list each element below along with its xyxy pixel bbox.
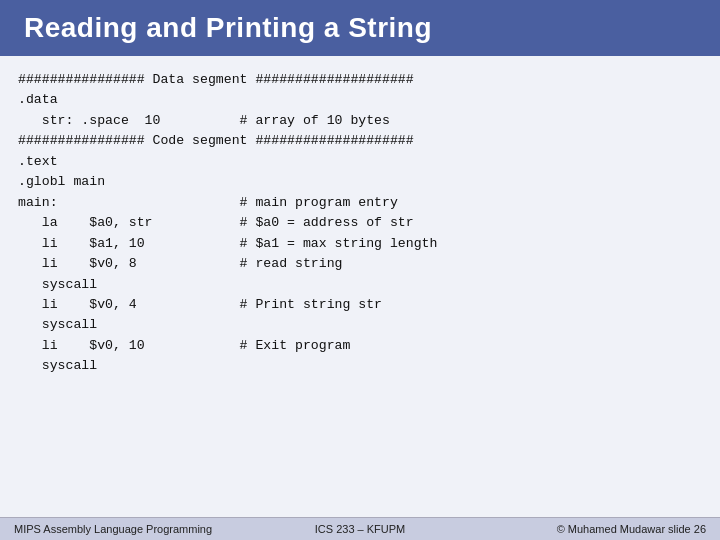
code-line: li $a1, 10 # $a1 = max string length	[18, 234, 702, 254]
slide-title: Reading and Printing a String	[0, 0, 720, 56]
slide: Reading and Printing a String ##########…	[0, 0, 720, 540]
code-line: li $v0, 4 # Print string str	[18, 295, 702, 315]
code-line: li $v0, 8 # read string	[18, 254, 702, 274]
footer-center: ICS 233 – KFUPM	[245, 523, 476, 535]
code-line: li $v0, 10 # Exit program	[18, 336, 702, 356]
slide-footer: MIPS Assembly Language Programming ICS 2…	[0, 517, 720, 540]
code-block: ################ Data segment ##########…	[18, 70, 702, 507]
code-line: str: .space 10 # array of 10 bytes	[18, 111, 702, 131]
code-line: main: # main program entry	[18, 193, 702, 213]
code-line: ################ Data segment ##########…	[18, 70, 702, 90]
code-line: .globl main	[18, 172, 702, 192]
code-line: ################ Code segment ##########…	[18, 131, 702, 151]
code-line: syscall	[18, 356, 702, 376]
footer-left: MIPS Assembly Language Programming	[14, 523, 245, 535]
code-line: syscall	[18, 275, 702, 295]
slide-content: ################ Data segment ##########…	[0, 56, 720, 517]
code-line: la $a0, str # $a0 = address of str	[18, 213, 702, 233]
code-line: syscall	[18, 315, 702, 335]
code-line: .text	[18, 152, 702, 172]
code-line: .data	[18, 90, 702, 110]
footer-right: © Muhamed Mudawar slide 26	[475, 523, 706, 535]
